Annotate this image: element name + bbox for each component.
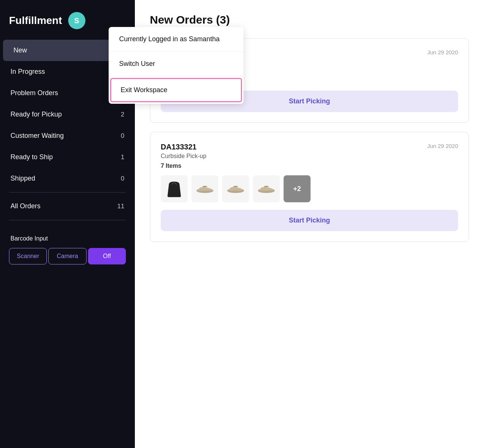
barcode-scanner-button[interactable]: Scanner bbox=[9, 248, 47, 264]
barcode-section-label: Barcode Input bbox=[0, 229, 135, 245]
nav-label: Shipped bbox=[10, 175, 35, 182]
order-card-2: DA133321 Curbside Pick-up Jun 29 2020 7 … bbox=[150, 132, 469, 242]
product-thumb-shoe-2 bbox=[222, 175, 249, 202]
nav-label: Ready to Ship bbox=[10, 153, 53, 161]
exit-workspace-button[interactable]: Exit Workspace bbox=[110, 78, 242, 102]
nav-badge: 2 bbox=[121, 111, 124, 118]
barcode-camera-button[interactable]: Camera bbox=[48, 248, 86, 264]
nav-badge: 11 bbox=[117, 203, 124, 210]
order-images-2: +2 bbox=[161, 175, 458, 202]
shoe-icon-2 bbox=[226, 179, 245, 198]
sidebar: Fulfillment S Currently Logged in as Sam… bbox=[0, 0, 135, 448]
order-type-2: Curbside Pick-up bbox=[161, 153, 206, 160]
product-thumb-bag bbox=[161, 175, 188, 202]
sidebar-item-ready-to-ship[interactable]: Ready to Ship 1 bbox=[0, 146, 135, 168]
page-title: New Orders (3) bbox=[150, 13, 469, 26]
nav-label: Problem Orders bbox=[10, 89, 58, 97]
sidebar-item-shipped[interactable]: Shipped 0 bbox=[0, 168, 135, 189]
divider-1 bbox=[9, 192, 126, 193]
order-date-2: Jun 29 2020 bbox=[427, 143, 458, 149]
switch-user-button[interactable]: Switch User bbox=[109, 52, 243, 76]
shoe-icon-3 bbox=[257, 179, 276, 198]
app-title: Fulfillment bbox=[9, 15, 62, 27]
user-dropdown: Currently Logged in as Samantha Switch U… bbox=[109, 27, 243, 104]
nav-label: All Orders bbox=[10, 202, 40, 210]
nav-label: Customer Waiting bbox=[10, 132, 64, 140]
divider-2 bbox=[9, 220, 126, 220]
bag-product-icon bbox=[165, 179, 184, 198]
nav-badge: 1 bbox=[121, 154, 124, 161]
logged-in-label: Currently Logged in as Samantha bbox=[109, 27, 243, 52]
sidebar-item-all-orders[interactable]: All Orders 11 bbox=[0, 196, 135, 217]
nav-label: In Progress bbox=[10, 68, 45, 76]
start-picking-button-2[interactable]: Start Picking bbox=[161, 210, 458, 231]
order-id-2: DA133321 bbox=[161, 143, 206, 151]
order-date-1: Jun 29 2020 bbox=[427, 49, 458, 55]
sidebar-item-ready-for-pickup[interactable]: Ready for Pickup 2 bbox=[0, 104, 135, 125]
product-thumb-shoe-3 bbox=[253, 175, 280, 202]
barcode-input-controls: Scanner Camera Off bbox=[9, 248, 126, 264]
nav-badge: 0 bbox=[121, 132, 124, 140]
nav-label: New bbox=[13, 46, 27, 54]
barcode-off-button[interactable]: Off bbox=[88, 248, 126, 264]
more-items-badge: +2 bbox=[284, 175, 311, 202]
nav-label: Ready for Pickup bbox=[10, 111, 62, 118]
avatar[interactable]: S bbox=[68, 12, 85, 29]
order-items-count-2: 7 Items bbox=[161, 163, 458, 169]
nav-badge: 0 bbox=[121, 175, 124, 182]
product-thumb-shoe-1 bbox=[191, 175, 218, 202]
shoe-icon-1 bbox=[196, 179, 214, 198]
sidebar-item-customer-waiting[interactable]: Customer Waiting 0 bbox=[0, 125, 135, 146]
